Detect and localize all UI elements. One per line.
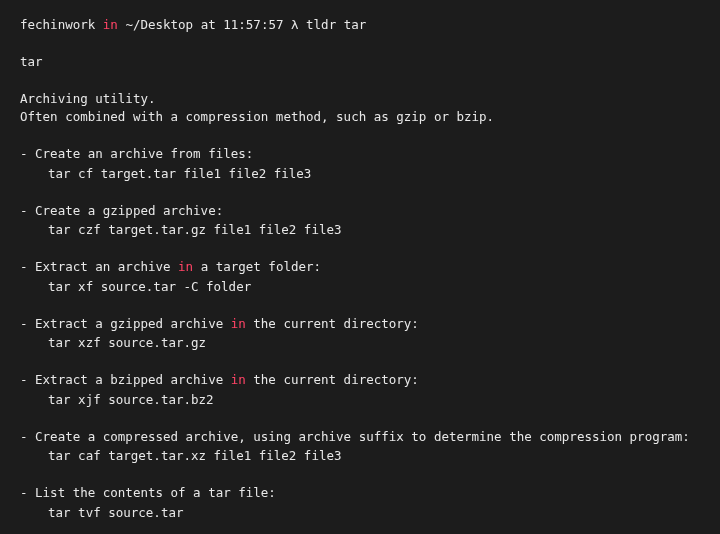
tldr-entry: - Create a gzipped archive:tar czf targe… [20,202,700,241]
tldr-entry: - Create a compressed archive, using arc… [20,428,700,467]
tldr-entry: - Create an archive from files:tar cf ta… [20,145,700,184]
entry-command: tar xjf source.tar.bz2 [20,391,700,410]
prompt-lambda: λ [291,17,299,32]
highlight-word: in [231,316,246,331]
prompt-time: 11:57:57 [223,17,283,32]
entry-command: tar czf target.tar.gz file1 file2 file3 [20,221,700,240]
entry-text: - List the contents of a tar file: [20,485,276,500]
entry-description: - Extract an archive in a target folder: [20,258,700,277]
entry-text: the current directory: [246,316,419,331]
prompt-path: ~/Desktop [125,17,193,32]
entry-text: - Extract a gzipped archive [20,316,231,331]
tldr-description: Archiving utility. Often combined with a… [20,90,700,128]
entry-description: - Create a compressed archive, using arc… [20,428,700,447]
prompt-in-word: in [103,17,118,32]
entry-command: tar tvf source.tar [20,504,700,523]
description-line1: Archiving utility. [20,90,700,109]
entry-text: - Create a compressed archive, using arc… [20,429,690,444]
tldr-entry: - Extract a bzipped archive in the curre… [20,371,700,410]
entry-text: - Extract a bzipped archive [20,372,231,387]
prompt-user: fechinwork [20,17,95,32]
entry-description: - Create an archive from files: [20,145,700,164]
entry-command: tar xf source.tar -C folder [20,278,700,297]
terminal-prompt: fechinwork in ~/Desktop at 11:57:57 λ tl… [20,16,700,35]
tldr-entry: - List the contents of a tar file:tar tv… [20,484,700,523]
entry-text: the current directory: [246,372,419,387]
entry-text: - Create an archive from files: [20,146,253,161]
entry-command: tar caf target.tar.xz file1 file2 file3 [20,447,700,466]
prompt-at: at [201,17,216,32]
highlight-word: in [231,372,246,387]
entry-description: - List the contents of a tar file: [20,484,700,503]
tldr-entries: - Create an archive from files:tar cf ta… [20,145,700,523]
entry-description: - Create a gzipped archive: [20,202,700,221]
prompt-command[interactable]: tldr tar [306,17,366,32]
entry-text: - Create a gzipped archive: [20,203,223,218]
entry-description: - Extract a gzipped archive in the curre… [20,315,700,334]
entry-command: tar xzf source.tar.gz [20,334,700,353]
tldr-title: tar [20,53,700,72]
entry-command: tar cf target.tar file1 file2 file3 [20,165,700,184]
entry-text: - Extract an archive [20,259,178,274]
entry-description: - Extract a bzipped archive in the curre… [20,371,700,390]
entry-text: a target folder: [193,259,321,274]
tldr-entry: - Extract an archive in a target folder:… [20,258,700,297]
highlight-word: in [178,259,193,274]
tldr-entry: - Extract a gzipped archive in the curre… [20,315,700,354]
description-line2: Often combined with a compression method… [20,108,700,127]
